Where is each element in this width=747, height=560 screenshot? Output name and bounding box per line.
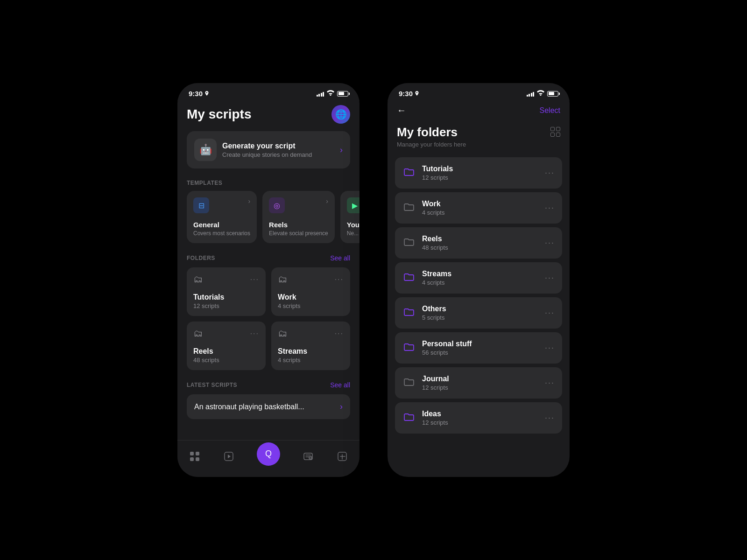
svg-text:Q: Q bbox=[265, 449, 272, 458]
template-name-general: General bbox=[193, 221, 250, 229]
list-item[interactable]: Streams 4 scripts ··· bbox=[395, 262, 562, 294]
folders-grid: 🗂 ··· Tutorials 12 scripts 🗂 ··· Work 4 … bbox=[177, 267, 359, 381]
folder-count-reels: 48 scripts bbox=[193, 357, 259, 364]
latest-label: LATEST SCRIPTS bbox=[187, 382, 237, 388]
status-bar-1: 9:30 bbox=[177, 83, 359, 101]
folder-card-reels[interactable]: 🗂 ··· Reels 48 scripts bbox=[187, 322, 266, 370]
nav-scripts[interactable] bbox=[295, 448, 322, 464]
folder-list-menu[interactable]: ··· bbox=[545, 203, 555, 213]
folder-list-menu[interactable]: ··· bbox=[545, 273, 555, 283]
generate-icon: 🤖 bbox=[194, 139, 217, 161]
folder-list-menu[interactable]: ··· bbox=[545, 168, 555, 178]
template-card-reels[interactable]: ◎ › Reels Elevate social presence bbox=[262, 191, 335, 243]
folder-name-tutorials: Tutorials bbox=[193, 293, 259, 301]
generate-card[interactable]: 🤖 Generate your script Create unique sto… bbox=[187, 131, 350, 168]
template-desc-youtube: Ne... bbox=[347, 230, 359, 237]
folder-list-name: Reels bbox=[422, 235, 538, 243]
template-icon-general: ⊟ bbox=[193, 197, 209, 213]
signal-icon-1 bbox=[317, 91, 324, 97]
folder-list-menu[interactable]: ··· bbox=[545, 238, 555, 248]
signal-icon-2 bbox=[527, 91, 535, 97]
latest-see-all[interactable]: See all bbox=[330, 381, 350, 389]
nav-center-add[interactable]: Q bbox=[249, 445, 288, 468]
status-time-2: 9:30 bbox=[399, 90, 419, 98]
status-time-1: 9:30 bbox=[189, 90, 209, 98]
header-area-1: My scripts 🌐 bbox=[177, 101, 359, 131]
list-item[interactable]: Ideas 12 scripts ··· bbox=[395, 402, 562, 434]
folder-count-work: 4 scripts bbox=[278, 302, 344, 309]
folder-list-count: 48 scripts bbox=[422, 244, 538, 251]
status-icons-1 bbox=[317, 90, 349, 97]
folder-list-count: 4 scripts bbox=[422, 209, 538, 216]
folders-page-title: My folders bbox=[397, 125, 466, 140]
template-card-youtube[interactable]: ▶ › You... Ne... bbox=[340, 191, 359, 243]
latest-section-header: LATEST SCRIPTS See all bbox=[177, 381, 359, 394]
list-item[interactable]: Work 4 scripts ··· bbox=[395, 192, 562, 224]
back-button[interactable]: ← bbox=[397, 105, 406, 116]
generate-title: Generate your script bbox=[222, 142, 334, 150]
folder-list-menu[interactable]: ··· bbox=[545, 343, 555, 353]
svg-rect-0 bbox=[190, 452, 194, 455]
nav-add-icon: Q bbox=[257, 442, 280, 466]
folder-list-icon-tutorials bbox=[402, 166, 416, 180]
template-name-youtube: You... bbox=[347, 221, 359, 229]
list-item[interactable]: Tutorials 12 scripts ··· bbox=[395, 157, 562, 189]
phone2-content: ← Select My folders Manage your folders … bbox=[388, 101, 570, 477]
folder-card-streams[interactable]: 🗂 ··· Streams 4 scripts bbox=[271, 322, 350, 370]
latest-script-item[interactable]: An astronaut playing basketball... › bbox=[187, 394, 350, 419]
nav-home[interactable] bbox=[181, 448, 208, 464]
folder-menu-tutorials[interactable]: ··· bbox=[250, 275, 259, 284]
svg-rect-3 bbox=[196, 457, 199, 461]
svg-rect-1 bbox=[196, 452, 199, 455]
battery-icon-2 bbox=[547, 91, 558, 97]
svg-marker-5 bbox=[228, 455, 231, 458]
folder-list-icon-ideas bbox=[402, 411, 416, 425]
folders-title-block: My folders Manage your folders here bbox=[397, 125, 466, 148]
folder-card-tutorials[interactable]: 🗂 ··· Tutorials 12 scripts bbox=[187, 267, 266, 316]
folder-list-count: 5 scripts bbox=[422, 314, 538, 321]
list-item[interactable]: Journal 12 scripts ··· bbox=[395, 367, 562, 399]
folder-list-name: Journal bbox=[422, 375, 538, 383]
phone-my-folders: 9:30 ← Select bbox=[388, 83, 570, 477]
grid-toggle-button[interactable] bbox=[550, 127, 560, 137]
folder-list-icon-personal bbox=[402, 341, 416, 355]
folder-list-icon-streams bbox=[402, 271, 416, 285]
folder-list-icon-work bbox=[402, 201, 416, 215]
folders-nav-header: ← Select bbox=[388, 101, 570, 123]
wifi-icon-1 bbox=[327, 90, 334, 97]
folder-menu-work[interactable]: ··· bbox=[335, 275, 344, 284]
nav-play[interactable] bbox=[215, 448, 242, 464]
folder-list-count: 12 scripts bbox=[422, 384, 538, 391]
folder-menu-reels[interactable]: ··· bbox=[250, 329, 259, 338]
avatar[interactable]: 🌐 bbox=[331, 105, 350, 124]
page-title-1: My scripts bbox=[187, 107, 252, 122]
list-item[interactable]: Others 5 scripts ··· bbox=[395, 297, 562, 329]
folder-name-reels: Reels bbox=[193, 347, 259, 356]
bottom-nav-1: Q bbox=[177, 440, 359, 477]
folder-card-work[interactable]: 🗂 ··· Work 4 scripts bbox=[271, 267, 350, 316]
svg-rect-2 bbox=[190, 457, 194, 461]
nav-create[interactable] bbox=[329, 448, 356, 464]
select-button[interactable]: Select bbox=[540, 106, 560, 115]
nav-grid-icon bbox=[189, 450, 201, 462]
folder-list-menu[interactable]: ··· bbox=[545, 308, 555, 318]
folder-list-icon-journal bbox=[402, 376, 416, 390]
status-icons-2 bbox=[527, 90, 559, 97]
list-item[interactable]: Personal stuff 56 scripts ··· bbox=[395, 332, 562, 364]
folders-see-all[interactable]: See all bbox=[330, 254, 350, 262]
template-card-general[interactable]: ⊟ › General Covers most scenarios bbox=[187, 191, 257, 243]
phone-my-scripts: 9:30 My scripts 🌐 🤖 bbox=[177, 83, 359, 477]
folder-name-streams: Streams bbox=[278, 347, 344, 356]
latest-script-text: An astronaut playing basketball... bbox=[194, 403, 340, 411]
status-bar-2: 9:30 bbox=[388, 83, 570, 101]
template-desc-general: Covers most scenarios bbox=[193, 230, 250, 237]
folder-list-count: 56 scripts bbox=[422, 349, 538, 356]
folder-list-menu[interactable]: ··· bbox=[545, 378, 555, 388]
folder-list-name: Tutorials bbox=[422, 165, 538, 173]
folder-name-work: Work bbox=[278, 293, 344, 301]
folder-menu-streams[interactable]: ··· bbox=[335, 329, 344, 338]
battery-icon-1 bbox=[337, 91, 348, 97]
folder-list-menu[interactable]: ··· bbox=[545, 413, 555, 423]
templates-label: TEMPLATES bbox=[177, 180, 359, 191]
list-item[interactable]: Reels 48 scripts ··· bbox=[395, 227, 562, 259]
